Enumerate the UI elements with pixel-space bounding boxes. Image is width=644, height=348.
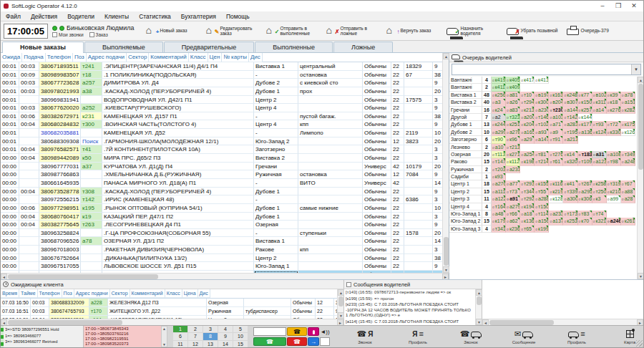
driver-cell[interactable]: в102 (592, 92, 607, 99)
driver-cell[interactable]: а123 (592, 158, 607, 165)
waiting-row[interactable]: 07.03 16:51 00:03 380674765793 т170 ЖИТЕ… (1, 307, 337, 316)
order-row[interactable]: 00:01 380688309308 Поиск .ГАРМОНИЯ-ШКОЛА… (1, 137, 442, 146)
minimize-button[interactable]: – (595, 1, 610, 11)
driver-cell[interactable]: к251 (506, 121, 520, 128)
tab[interactable]: Выполняемые (84, 42, 163, 52)
driver-cell[interactable]: к300 (535, 99, 549, 106)
driver-cell[interactable]: а18 (520, 211, 535, 218)
driver-cell[interactable]: к282 (621, 107, 635, 114)
action-button[interactable]: ≡ Профиль (560, 329, 593, 344)
driver-cell[interactable]: к409 (506, 84, 520, 91)
toolbar-button[interactable]: Отправить в ложные (322, 22, 382, 40)
queue-filter-combobox[interactable]: ▼ (452, 64, 641, 75)
column-header[interactable]: № карты (222, 53, 249, 62)
toolbar-button[interactable]: Редактировать заказ (202, 22, 262, 40)
driver-cell[interactable]: а283 (563, 121, 577, 128)
driver-cell[interactable]: а233 (549, 211, 563, 218)
toolbar-button[interactable]: Отправить в выполненные (262, 22, 322, 40)
driver-cell[interactable]: к116 (549, 180, 563, 188)
driver-cell[interactable]: т203 (492, 166, 506, 173)
driver-cell[interactable]: а122 (492, 195, 506, 203)
driver-cell[interactable]: а279 (506, 203, 520, 211)
driver-cell[interactable]: а295 (578, 188, 592, 195)
driver-cell[interactable]: к210 (607, 188, 621, 195)
driver-cell[interactable]: к144 (578, 114, 592, 121)
toolbar-button[interactable]: Назначить водителя (442, 22, 502, 40)
driver-cell[interactable]: а9 (549, 129, 563, 136)
call-item[interactable]: 1=> 380963466077 (5, 333, 82, 339)
driver-cell[interactable]: т146 (535, 114, 549, 121)
order-row[interactable]: 00:00 380967018003 .РАКЕТНАЯ ДИВИЗИЯ(ЧЕР… (1, 246, 442, 254)
column-header[interactable]: Класс (165, 289, 182, 298)
menu-item[interactable]: Помощь (221, 13, 255, 20)
driver-cell[interactable]: к204 (520, 121, 535, 128)
driver-cell[interactable]: к194 (520, 203, 535, 211)
driver-cell[interactable]: т339 (563, 188, 577, 195)
column-header[interactable]: Комментарий (130, 289, 165, 298)
column-header[interactable]: Телефон (38, 289, 62, 298)
line-button[interactable]: 15 (233, 341, 248, 348)
order-row[interactable]: 00:01 00:03 380671893511 т241 .ЭПИЦЕНТР(… (1, 62, 442, 71)
driver-cell[interactable]: к257 (578, 107, 592, 114)
call-item[interactable]: 3=> 380963466077 Retrived (5, 339, 82, 345)
order-row[interactable]: 00:01 00:03 380677620020 а252 .КИЕВСТАР(… (1, 104, 442, 112)
driver-cell[interactable]: к96 (506, 136, 520, 143)
driver-cell[interactable]: а111 (492, 188, 506, 195)
driver-cell[interactable]: к413 (535, 77, 549, 84)
driver-cell[interactable]: т102 (535, 121, 549, 128)
column-header[interactable]: Ожида (1, 53, 22, 62)
order-row[interactable]: 00:00 380963258824 .Г-ЦА ПРОФСОЮЗНАЯ(СОБ… (1, 229, 442, 238)
driver-cell[interactable]: к271 (506, 151, 520, 158)
menu-item[interactable]: Файл (1, 13, 26, 20)
driver-cell[interactable]: а81 (506, 92, 520, 99)
line-button[interactable]: 4 (218, 326, 233, 333)
driver-cell[interactable]: к306 (578, 195, 592, 203)
driver-cell[interactable]: к248 (563, 92, 577, 99)
driver-cell[interactable]: т294 (520, 99, 535, 106)
driver-cell[interactable]: т66 (506, 211, 520, 218)
line-button[interactable]: 13 (203, 341, 218, 348)
driver-cell[interactable]: к276 (607, 107, 621, 114)
driver-cell[interactable]: к311 (592, 99, 607, 106)
close-button[interactable]: ✕ (626, 1, 642, 11)
driver-cell[interactable]: к128 (549, 195, 563, 203)
driver-cell[interactable]: т214 (535, 158, 549, 165)
driver-cell[interactable]: к177 (578, 121, 592, 128)
line-button[interactable]: 11 (173, 341, 187, 348)
message-item[interactable]: [а114] (15:45): С 7.03.2018-ЛЬГОТНАЯ ПОЕ… (346, 319, 474, 326)
driver-cell[interactable]: а300 (563, 195, 577, 203)
driver-cell[interactable]: т344 (520, 188, 535, 195)
line-button[interactable]: 8 (203, 333, 218, 340)
action-button[interactable]: ☎ Звонок (454, 329, 487, 344)
driver-cell[interactable]: к258 (592, 180, 607, 188)
order-row[interactable]: 00:00 380972556215 т142 .ИРИС (КАМЕНЕЦКА… (1, 195, 442, 204)
driver-cell[interactable]: т113 (492, 151, 506, 158)
line-button[interactable]: 3 (203, 326, 218, 333)
driver-cell[interactable]: к77 (578, 92, 592, 99)
order-row[interactable]: 00:00 380661645935 ПАНАСА МИРНОГО УЛ. Д1… (1, 179, 442, 188)
driver-cell[interactable]: т183 (578, 151, 592, 158)
driver-cell[interactable]: а88 (621, 188, 635, 195)
driver-cell[interactable]: т90 (492, 136, 506, 143)
my-calls-checkbox[interactable]: Мои звонки (52, 32, 84, 37)
driver-cell[interactable]: к199 (535, 226, 549, 233)
driver-cell[interactable]: к330 (607, 129, 621, 136)
order-row[interactable]: 00:01 00:04 380976582571 т41 .7Й КОНТИНЕ… (1, 145, 442, 154)
column-header[interactable]: Класс (189, 53, 208, 62)
driver-cell[interactable]: а62 (506, 218, 520, 225)
order-row[interactable]: 00:00 00:04 380989442089 к50 МИРА ПРС. Д… (1, 154, 442, 163)
queued-calls-scrollbar[interactable]: ▲▼ (161, 326, 167, 347)
answer-call-button[interactable]: ☎ (253, 337, 286, 346)
speaker-icon[interactable]: ◄)) (320, 329, 330, 335)
column-header[interactable]: Телефон (46, 53, 73, 62)
driver-cell[interactable]: т83 (578, 211, 592, 218)
driver-cell[interactable]: к150 (578, 99, 592, 106)
action-button[interactable]: ☎Я Звонок (348, 329, 381, 344)
tab[interactable]: Ложные (333, 42, 393, 52)
driver-cell[interactable]: а26 (506, 99, 520, 106)
action-button[interactable]: Я≡ Профиль (401, 329, 434, 344)
mute-mic-button[interactable] (308, 327, 319, 336)
driver-cell[interactable]: а147 (535, 136, 549, 143)
driver-cell[interactable]: а299 (492, 129, 506, 136)
driver-cell[interactable]: к41 (563, 180, 577, 188)
